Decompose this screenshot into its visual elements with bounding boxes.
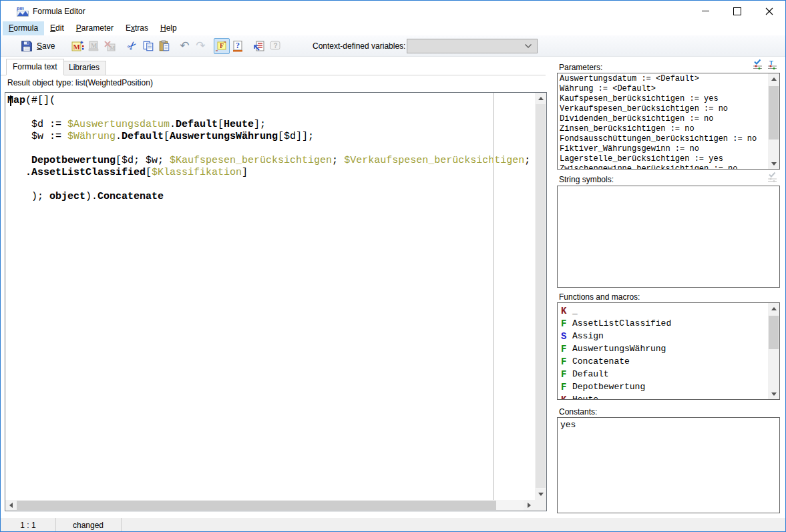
- function-item[interactable]: KHeute: [558, 393, 768, 400]
- cut-button[interactable]: ✂: [124, 38, 140, 54]
- function-item[interactable]: FConcatenate: [558, 355, 768, 368]
- save-icon: [21, 40, 33, 52]
- parameters-check-filter-button[interactable]: [751, 58, 765, 70]
- macro-delete-icon: M: [103, 39, 116, 53]
- menu-item-formula[interactable]: Formula: [3, 21, 44, 35]
- string-symbols-list[interactable]: [557, 186, 780, 288]
- horizontal-scroll-thumb[interactable]: [17, 501, 496, 510]
- scroll-thumb[interactable]: [769, 316, 779, 349]
- string-function-toggle[interactable]: F " „: [214, 38, 230, 54]
- parameters-text-filter-button[interactable]: T: [766, 58, 779, 70]
- svg-text:?: ?: [274, 41, 278, 49]
- scroll-thumb[interactable]: [769, 86, 779, 140]
- constants-rows: yes: [558, 418, 779, 431]
- function-item[interactable]: SAssign: [558, 330, 768, 342]
- parameter-item[interactable]: Währung := <Default>: [558, 84, 768, 94]
- menu-bar: FormulaEditParameterExtrasHelp: [1, 21, 785, 35]
- undo-button[interactable]: ↶: [176, 38, 192, 54]
- arrow-down-icon: [538, 493, 544, 496]
- arrow-down-icon: [771, 392, 777, 396]
- parameters-scrollbar[interactable]: [768, 73, 779, 169]
- scroll-up-button[interactable]: [535, 93, 546, 104]
- redo-button[interactable]: ↷: [192, 38, 208, 54]
- arrow-right-icon: [528, 503, 531, 508]
- minimize-button[interactable]: [689, 1, 721, 21]
- scroll-left-button[interactable]: [5, 500, 17, 511]
- save-label: Save: [37, 41, 55, 51]
- constant-item[interactable]: yes: [558, 418, 779, 431]
- menu-item-extras[interactable]: Extras: [120, 21, 154, 35]
- kind-letter-icon: K: [561, 306, 572, 316]
- function-name: Default: [572, 369, 609, 379]
- parameters-list[interactable]: Auswertungsdatum := <Default>Währung := …: [557, 73, 780, 170]
- code-area[interactable]: Map(#[]( $d := $Auswertungsdatum.Default…: [5, 93, 535, 500]
- function-item[interactable]: FAuswertungsWährung: [558, 342, 768, 355]
- close-icon: [765, 7, 773, 15]
- macro-new-icon: M: [71, 39, 84, 53]
- context-variables-label: Context-defined variables:: [313, 41, 405, 51]
- scroll-down-button[interactable]: [535, 489, 546, 500]
- scroll-down-button[interactable]: [768, 158, 779, 169]
- close-button[interactable]: [753, 1, 785, 21]
- statusbar-divider: [121, 518, 122, 531]
- svg-text:T: T: [769, 59, 773, 66]
- arrow-left-icon: [9, 503, 13, 508]
- scroll-right-button[interactable]: [524, 500, 535, 511]
- menu-item-help[interactable]: Help: [154, 21, 183, 35]
- function-help-button[interactable]: ?: [230, 38, 246, 54]
- save-button[interactable]: Save: [21, 40, 55, 52]
- parameter-item[interactable]: Fiktiver_Währungsgewinn := no: [558, 144, 768, 154]
- parameter-item[interactable]: Auswertungsdatum := <Default>: [558, 74, 768, 84]
- copy-button[interactable]: [140, 38, 156, 54]
- vertical-scroll-thumb[interactable]: [536, 104, 546, 488]
- macro-edit-button[interactable]: M: [85, 38, 102, 54]
- parameter-item[interactable]: Verkaufspesen_berücksichtigen := no: [558, 104, 768, 114]
- function-name: AssetListClassified: [572, 318, 671, 328]
- context-variables-combo[interactable]: [407, 39, 538, 53]
- tab-libraries[interactable]: Libraries: [62, 61, 106, 75]
- scroll-down-button[interactable]: [768, 388, 779, 399]
- menu-item-edit[interactable]: Edit: [44, 21, 70, 35]
- check-formula-icon: [252, 39, 266, 53]
- tab-formula-text[interactable]: Formula text: [6, 59, 64, 75]
- check-formula-button[interactable]: [251, 38, 267, 54]
- code-line: .AssetListClassified[$Klassifikation]: [7, 167, 535, 179]
- context-help-button[interactable]: ?: [267, 38, 283, 54]
- parameter-item[interactable]: Zinsen_berücksichtigen := no: [558, 124, 768, 134]
- macro-delete-button[interactable]: M: [102, 38, 118, 54]
- editor-horizontal-scrollbar[interactable]: [5, 500, 535, 511]
- code-line: [7, 179, 535, 191]
- string-symbols-label: String symbols:: [559, 175, 614, 184]
- scroll-up-button[interactable]: [768, 73, 779, 84]
- arrow-up-icon: [771, 307, 777, 310]
- parameter-item[interactable]: Fondsausschüttungen_berücksichtigen := n…: [558, 134, 768, 144]
- function-item[interactable]: K_: [558, 304, 768, 317]
- minimize-icon: [702, 11, 709, 11]
- constants-list[interactable]: yes: [557, 417, 780, 513]
- maximize-button[interactable]: [721, 1, 753, 21]
- menu-item-parameter[interactable]: Parameter: [70, 21, 120, 35]
- functions-list[interactable]: K_FAssetListClassifiedSAssignFAuswertung…: [557, 302, 780, 400]
- parameter-item[interactable]: Lagerstelle_berücksichtigen := yes: [558, 154, 768, 164]
- app-icon: pm: [17, 5, 29, 17]
- kind-letter-icon: K: [561, 394, 572, 401]
- cut-icon: ✂: [125, 38, 140, 53]
- function-item[interactable]: FDefault: [558, 368, 768, 380]
- editor-vertical-scrollbar[interactable]: [535, 93, 546, 500]
- scroll-up-button[interactable]: [768, 303, 779, 314]
- parameter-item[interactable]: Zwischengewinne_berücksichtigen := no: [558, 164, 768, 170]
- parameter-item[interactable]: Dividenden_berücksichtigen := no: [558, 114, 768, 124]
- kind-letter-icon: F: [561, 382, 572, 392]
- function-item[interactable]: FDepotbewertung: [558, 380, 768, 393]
- function-name: Assign: [572, 331, 604, 341]
- macro-new-button[interactable]: M: [69, 38, 85, 54]
- function-name: AuswertungsWährung: [572, 344, 666, 354]
- function-item[interactable]: FAssetListClassified: [558, 317, 768, 330]
- paste-button[interactable]: [156, 38, 172, 54]
- text-caret: [10, 95, 11, 106]
- kind-letter-icon: F: [561, 318, 572, 329]
- svg-text:": ": [224, 40, 226, 47]
- functions-scrollbar[interactable]: [768, 303, 779, 399]
- string-symbols-filter-button[interactable]: [766, 171, 779, 183]
- parameter-item[interactable]: Kaufspesen_berücksichtigen := yes: [558, 94, 768, 104]
